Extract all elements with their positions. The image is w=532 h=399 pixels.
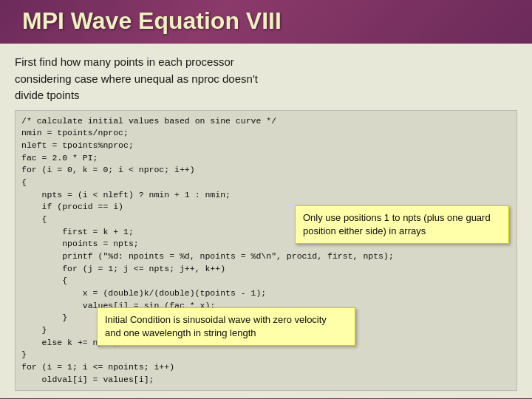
code-line-2: nleft = tpoints%nproc; (21, 140, 511, 152)
code-line-12: for (j = 1; j <= npts; j++, k++) (21, 263, 511, 276)
code-line-0: /* calculate initial values based on sin… (21, 115, 511, 128)
tooltip-initial-line1: Initial Condition is sinusoidal wave wit… (105, 314, 327, 325)
code-line-6: npts = (i < nleft) ? nmin + 1 : nmin; (21, 189, 511, 202)
slide-title: MPI Wave Equation VIII (22, 7, 282, 34)
code-line-1: nmin = tpoints/nproc; (21, 127, 511, 140)
code-line-13: { (21, 275, 511, 287)
code-line-19: } (21, 349, 511, 361)
code-line-4: for (i = 0, k = 0; i < nproc; i++) (21, 164, 511, 177)
intro-text: First find how many points in each proce… (15, 54, 517, 104)
code-line-5: { (21, 177, 511, 189)
title-bar: MPI Wave Equation VIII (0, 0, 532, 44)
code-line-11: printf ("%d: npoints = %d, npoints = %d\… (21, 250, 511, 263)
intro-line1: First find how many points in each proce… (15, 55, 234, 68)
code-line-20: for (i = 1; i <= npoints; i++) (21, 361, 511, 374)
slide: MPI Wave Equation VIII First find how ma… (0, 0, 532, 399)
code-line-21: oldval[i] = values[i]; (21, 374, 511, 386)
code-block: /* calculate initial values based on sin… (15, 110, 517, 392)
tooltip-positions-line2: position either side) in arrays (303, 225, 426, 236)
tooltip-initial: Initial Condition is sinusoidal wave wit… (97, 307, 355, 346)
content-area: MPI Wave Equation VIII First find how ma… (0, 0, 532, 399)
intro-line2: considering case where unequal as nproc … (15, 72, 258, 85)
code-line-14: x = (double)k/(double)(tpoints - 1); (21, 287, 511, 300)
tooltip-positions-line1: Only use positions 1 to npts (plus one g… (303, 212, 491, 223)
tooltip-initial-line2: and one wavelength in string length (105, 327, 256, 338)
tooltip-positions: Only use positions 1 to npts (plus one g… (295, 205, 509, 244)
main-content: First find how many points in each proce… (0, 44, 532, 398)
code-line-3: fac = 2.0 * PI; (21, 152, 511, 165)
intro-line3: divide tpoints (15, 89, 80, 101)
